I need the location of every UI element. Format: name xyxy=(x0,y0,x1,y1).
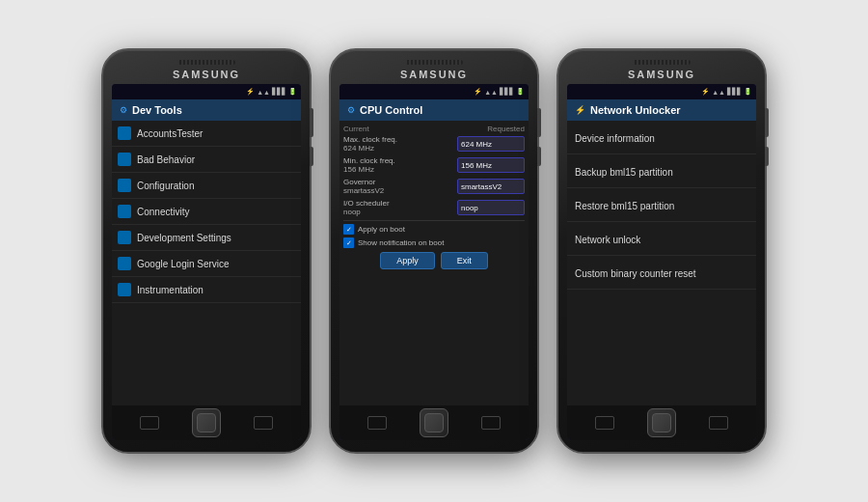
list-item[interactable]: Connectivity xyxy=(112,199,301,225)
nav-back-button-3[interactable] xyxy=(709,416,728,430)
item-indicator xyxy=(118,257,131,270)
screen-3: ⚡ ▲▲ ▋▋▋ 🔋 ⚡ Network Unlocker Device inf… xyxy=(567,84,756,440)
cpu-control-panel: Current Requested Max. clock freq. 624 M… xyxy=(339,121,529,405)
cpu-icon: ⚙ xyxy=(347,105,355,115)
speaker-grill-3 xyxy=(633,60,691,65)
cpu-field-min: Min. clock freq. 156 MHz xyxy=(343,156,525,174)
cpu-checkbox-notification[interactable]: ✓ Show notification on boot xyxy=(343,237,525,248)
dev-tools-icon: ⚙ xyxy=(120,105,127,115)
nav-home-inner-2 xyxy=(424,413,444,432)
screen-content-1: ⚙ Dev Tools AccountsTester Bad Behavior … xyxy=(112,99,301,405)
cpu-max-input[interactable] xyxy=(457,136,525,152)
current-label: Current xyxy=(343,125,369,133)
phone-body-2: SAMSUNG ⚡ ▲▲ ▋▋▋ 🔋 ⚙ CPU Control Current… xyxy=(329,48,539,454)
nav-bar-2 xyxy=(339,405,529,440)
phone-body-1: SAMSUNG ⚡ ▲▲ ▋▋▋ 🔋 ⚙ Dev Tools AccountsT… xyxy=(101,48,312,454)
status-bar-1: ⚡ ▲▲ ▋▋▋ 🔋 xyxy=(112,84,301,99)
nav-home-inner-3 xyxy=(652,413,671,432)
item-indicator xyxy=(118,205,131,218)
speaker-grill-1 xyxy=(177,60,235,65)
side-button-5 xyxy=(765,108,769,137)
battery-icon-3: 🔋 xyxy=(744,88,752,96)
network-item-backup[interactable]: Backup bml15 partition xyxy=(567,154,756,188)
cpu-field-min-left: Min. clock freq. 156 MHz xyxy=(343,156,457,174)
item-indicator xyxy=(118,126,131,140)
phone-network: SAMSUNG ⚡ ▲▲ ▋▋▋ 🔋 ⚡ Network Unlocker De… xyxy=(556,48,767,454)
usb-icon-1: ⚡ xyxy=(246,88,255,96)
nav-menu-button-1[interactable] xyxy=(140,416,159,430)
item-indicator xyxy=(118,179,131,192)
app-title-2: CPU Control xyxy=(360,104,422,116)
cpu-io-input[interactable] xyxy=(457,200,525,215)
list-item[interactable]: Instrumentation xyxy=(112,277,301,303)
screen-content-2: ⚙ CPU Control Current Requested Max. clo… xyxy=(339,99,529,405)
app-title-3: Network Unlocker xyxy=(590,104,681,116)
checkmark-icon: ✓ xyxy=(346,226,352,234)
side-button-1 xyxy=(310,108,313,137)
checkbox-apply-boot[interactable]: ✓ xyxy=(343,224,354,235)
side-button-4 xyxy=(537,147,541,166)
exit-button[interactable]: Exit xyxy=(441,252,488,269)
app-title-bar-3: ⚡ Network Unlocker xyxy=(567,99,756,121)
wifi-icon-2: ▲▲ xyxy=(484,89,498,96)
app-title-bar-2: ⚙ CPU Control xyxy=(339,99,529,121)
list-item[interactable]: Configuration xyxy=(112,173,301,199)
list-item[interactable]: Development Settings xyxy=(112,225,301,251)
side-button-6 xyxy=(765,147,769,166)
network-item-unlock[interactable]: Network unlock xyxy=(567,222,756,256)
network-icon: ⚡ xyxy=(575,105,585,115)
speaker-grill-2 xyxy=(405,60,463,65)
network-menu-list: Device information Backup bml15 partitio… xyxy=(567,121,756,405)
list-item-google-login[interactable]: Google Login Service xyxy=(112,251,301,277)
usb-icon-2: ⚡ xyxy=(474,88,482,96)
nav-bar-1 xyxy=(112,405,301,440)
item-indicator xyxy=(118,283,131,296)
cpu-min-input[interactable] xyxy=(457,157,525,173)
side-button-3 xyxy=(537,108,541,137)
signal-icon-2: ▋▋▋ xyxy=(500,88,514,96)
network-item-device-info[interactable]: Device information xyxy=(567,121,756,154)
cpu-checkbox-apply[interactable]: ✓ Apply on boot xyxy=(343,224,525,235)
nav-home-button-1[interactable] xyxy=(192,408,221,437)
cpu-governor-input[interactable] xyxy=(457,179,525,194)
apply-button[interactable]: Apply xyxy=(380,252,435,269)
checkbox-show-notification[interactable]: ✓ xyxy=(343,237,354,248)
samsung-logo-1: SAMSUNG xyxy=(173,69,240,80)
wifi-icon-3: ▲▲ xyxy=(712,89,725,96)
cpu-divider xyxy=(343,220,525,221)
samsung-logo-3: SAMSUNG xyxy=(628,69,695,80)
battery-icon-1: 🔋 xyxy=(288,88,297,96)
cpu-field-max: Max. clock freq. 624 MHz xyxy=(343,135,525,153)
phone-body-3: SAMSUNG ⚡ ▲▲ ▋▋▋ 🔋 ⚡ Network Unlocker De… xyxy=(556,48,767,454)
app-title-1: Dev Tools xyxy=(132,104,182,116)
signal-icon-1: ▋▋▋ xyxy=(272,88,286,96)
screen-1: ⚡ ▲▲ ▋▋▋ 🔋 ⚙ Dev Tools AccountsTester xyxy=(112,84,301,440)
nav-back-button-1[interactable] xyxy=(254,416,273,430)
nav-back-button-2[interactable] xyxy=(481,416,501,430)
battery-icon-2: 🔋 xyxy=(516,88,525,96)
menu-list-1: AccountsTester Bad Behavior Configuratio… xyxy=(112,121,301,405)
network-item-counter[interactable]: Custom binary counter reset xyxy=(567,256,756,290)
status-bar-2: ⚡ ▲▲ ▋▋▋ 🔋 xyxy=(339,84,529,99)
nav-menu-button-3[interactable] xyxy=(595,416,614,430)
signal-icon-3: ▋▋▋ xyxy=(727,88,742,96)
cpu-field-gov-left: Governor smartassV2 xyxy=(343,178,457,195)
wifi-icon-1: ▲▲ xyxy=(257,89,270,96)
requested-label: Requested xyxy=(487,125,525,133)
nav-home-button-3[interactable] xyxy=(647,408,676,437)
cpu-field-max-left: Max. clock freq. 624 MHz xyxy=(343,135,457,153)
nav-home-button-2[interactable] xyxy=(420,408,448,437)
item-indicator xyxy=(118,153,131,166)
list-item[interactable]: AccountsTester xyxy=(112,121,301,147)
list-item[interactable]: Bad Behavior xyxy=(112,147,301,173)
cpu-table-header: Current Requested xyxy=(343,125,525,133)
app-title-bar-1: ⚙ Dev Tools xyxy=(112,99,301,121)
cpu-field-io: I/O scheduler noop xyxy=(343,199,525,216)
side-button-2 xyxy=(310,147,313,166)
nav-home-inner-1 xyxy=(197,413,216,432)
nav-menu-button-2[interactable] xyxy=(367,416,387,430)
usb-icon-3: ⚡ xyxy=(701,88,710,96)
checkmark-icon-2: ✓ xyxy=(346,239,352,247)
phone-cpu: SAMSUNG ⚡ ▲▲ ▋▋▋ 🔋 ⚙ CPU Control Current… xyxy=(329,48,539,454)
network-item-restore[interactable]: Restore bml15 partition xyxy=(567,188,756,222)
